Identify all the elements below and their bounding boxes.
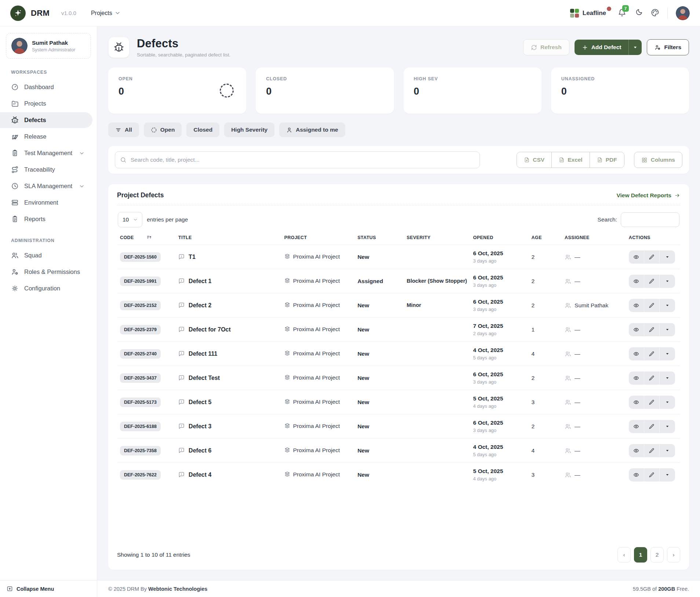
- defect-title-link[interactable]: Defect 5: [178, 399, 278, 406]
- defect-title-link[interactable]: Defect Test: [178, 375, 278, 381]
- export-excel-button[interactable]: Excel: [552, 152, 590, 168]
- profile-card[interactable]: Sumit Pathak System Administrator: [6, 33, 91, 59]
- view-button[interactable]: [629, 444, 644, 457]
- column-header-code[interactable]: CODE: [117, 230, 175, 245]
- defect-title-link[interactable]: T1: [178, 254, 278, 260]
- filter-chip-closed[interactable]: Closed: [186, 122, 219, 137]
- sidebar-item-sla-management[interactable]: SLA Management: [0, 178, 92, 194]
- users-icon: [565, 254, 571, 260]
- showing-entries-text: Showing 1 to 10 of 11 entries: [117, 552, 190, 558]
- org-name: Leafline: [583, 10, 606, 17]
- edit-button[interactable]: [644, 323, 660, 336]
- more-actions-button[interactable]: [660, 250, 675, 264]
- defect-title-link[interactable]: Defect 4: [178, 472, 278, 478]
- more-actions-button[interactable]: [660, 275, 675, 288]
- sidebar-item-dashboard[interactable]: Dashboard: [0, 79, 92, 95]
- more-actions-button[interactable]: [660, 323, 675, 336]
- filter-chip-all[interactable]: All: [108, 122, 139, 137]
- opened-date: 6 Oct, 2025: [473, 274, 525, 281]
- edit-button[interactable]: [644, 299, 660, 312]
- pagination-prev-button[interactable]: ‹: [617, 547, 631, 563]
- defect-title-link[interactable]: Defect 111: [178, 351, 278, 357]
- filter-chip-assigned-to-me[interactable]: Assigned to me: [279, 122, 345, 137]
- more-actions-button[interactable]: [660, 371, 675, 385]
- edit-button[interactable]: [644, 444, 660, 457]
- quick-filters: AllOpenClosedHigh SeverityAssigned to me: [108, 122, 689, 137]
- sidebar-item-squad[interactable]: Squad: [0, 248, 92, 263]
- more-actions-button[interactable]: [660, 347, 675, 360]
- more-actions-button[interactable]: [660, 468, 675, 481]
- pagination-next-button[interactable]: ›: [667, 547, 680, 563]
- more-actions-button[interactable]: [660, 444, 675, 457]
- view-button[interactable]: [629, 420, 644, 433]
- more-actions-button[interactable]: [660, 396, 675, 409]
- view-button[interactable]: [629, 299, 644, 312]
- cell-age: 4: [529, 342, 562, 366]
- edit-button[interactable]: [644, 396, 660, 409]
- filters-button[interactable]: Filters: [647, 39, 689, 55]
- sidebar-item-projects[interactable]: Projects: [0, 96, 92, 111]
- defect-title-link[interactable]: Defect 3: [178, 423, 278, 430]
- export-pdf-button[interactable]: PDF: [590, 152, 624, 168]
- defect-title-link[interactable]: Defect for 7Oct: [178, 326, 278, 333]
- view-button[interactable]: [629, 323, 644, 336]
- more-actions-button[interactable]: [660, 299, 675, 312]
- view-button[interactable]: [629, 250, 644, 264]
- view-defect-reports-link[interactable]: View Defect Reports: [616, 192, 680, 199]
- sidebar-item-environment[interactable]: Environment: [0, 195, 92, 210]
- org-switcher[interactable]: Leafline: [570, 9, 606, 18]
- defect-search-input[interactable]: [115, 151, 480, 168]
- cell-age: 2: [529, 269, 562, 293]
- stat-label: HIGH SEV: [414, 76, 531, 81]
- edit-button[interactable]: [644, 420, 660, 433]
- entries-per-page-select[interactable]: 10: [118, 212, 142, 227]
- edit-button[interactable]: [644, 371, 660, 385]
- refresh-label: Refresh: [540, 44, 562, 51]
- pagination-page-2[interactable]: 2: [650, 547, 664, 563]
- edit-button[interactable]: [644, 468, 660, 481]
- sidebar-item-release[interactable]: Release: [0, 129, 92, 144]
- table-search-input[interactable]: [621, 212, 679, 227]
- edit-button[interactable]: [644, 250, 660, 264]
- collapse-menu-button[interactable]: Collapse Menu: [0, 580, 97, 597]
- pagination-page-1[interactable]: 1: [634, 547, 647, 563]
- cell-opened: 4 Oct, 20255 days ago: [470, 439, 528, 463]
- refresh-button[interactable]: Refresh: [523, 39, 569, 55]
- column-header-opened: OPENED: [470, 230, 528, 245]
- view-button[interactable]: [629, 396, 644, 409]
- view-button[interactable]: [629, 468, 644, 481]
- filter-chip-high-severity[interactable]: High Severity: [224, 122, 274, 137]
- projects-menu[interactable]: Projects: [91, 10, 120, 17]
- filter-chip-open[interactable]: Open: [144, 122, 182, 137]
- view-button[interactable]: [629, 275, 644, 288]
- add-defect-dropdown-button[interactable]: [628, 40, 642, 55]
- sidebar-item-traceability[interactable]: Traceability: [0, 162, 92, 177]
- defect-title-link[interactable]: Defect 2: [178, 302, 278, 309]
- sidebar-item-test-management[interactable]: Test Management: [0, 145, 92, 161]
- appearance-button[interactable]: [651, 8, 659, 18]
- message-icon: [178, 447, 185, 454]
- theme-toggle-button[interactable]: [634, 8, 643, 18]
- message-icon: [178, 351, 185, 357]
- add-defect-button[interactable]: Add Defect: [575, 40, 629, 55]
- sidebar-item-roles-permissions[interactable]: Roles & Permissions: [0, 264, 92, 280]
- edit-button[interactable]: [644, 275, 660, 288]
- export-csv-button[interactable]: CSV: [517, 152, 552, 168]
- defect-title-link[interactable]: Defect 1: [178, 278, 278, 285]
- edit-button[interactable]: [644, 347, 660, 360]
- view-button[interactable]: [629, 371, 644, 385]
- route-icon: [11, 166, 19, 173]
- cell-age: 2: [529, 414, 562, 439]
- more-actions-button[interactable]: [660, 420, 675, 433]
- sort-icon[interactable]: [146, 235, 152, 240]
- sidebar-item-defects[interactable]: Defects: [0, 112, 92, 128]
- defect-title-link[interactable]: Defect 6: [178, 447, 278, 454]
- sidebar-item-label: Test Management: [24, 150, 72, 157]
- sidebar-item-label: Reports: [24, 216, 45, 223]
- sidebar-item-configuration[interactable]: Configuration: [0, 281, 92, 296]
- user-avatar[interactable]: [676, 6, 690, 20]
- notifications-button[interactable]: 7: [618, 8, 626, 18]
- sidebar-item-reports[interactable]: Reports: [0, 211, 92, 227]
- columns-button[interactable]: Columns: [634, 152, 682, 168]
- view-button[interactable]: [629, 347, 644, 360]
